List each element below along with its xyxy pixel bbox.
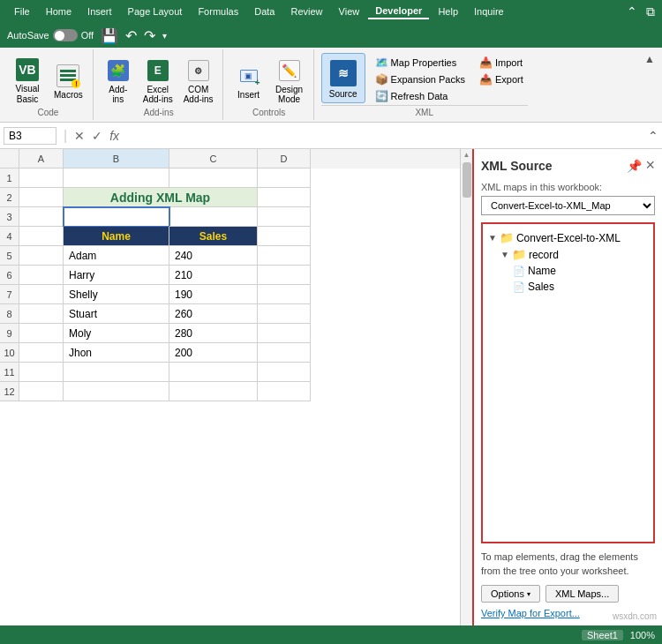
row-num-2[interactable]: 2 [0, 188, 19, 207]
row-num-1[interactable]: 1 [0, 168, 19, 188]
cell-c1[interactable] [169, 168, 258, 188]
visual-basic-button[interactable]: VB VisualBasic [9, 53, 46, 108]
cell-a7[interactable] [19, 285, 64, 304]
cell-d10[interactable] [258, 343, 311, 363]
cell-c7[interactable]: 190 [169, 285, 258, 304]
cell-d9[interactable] [258, 324, 311, 343]
import-button[interactable]: 📥 Import [475, 55, 528, 71]
restore-icon[interactable]: ⧉ [646, 4, 655, 19]
redo-icon[interactable]: ↷ [144, 27, 155, 44]
row-num-9[interactable]: 9 [0, 324, 19, 343]
xml-panel-pin-icon[interactable]: 📌 [627, 159, 642, 173]
expansion-packs-button[interactable]: 📦 Expansion Packs [371, 71, 470, 87]
menu-help[interactable]: Help [431, 4, 465, 19]
cell-a4[interactable] [19, 227, 64, 246]
menu-data[interactable]: Data [247, 4, 282, 19]
cell-d6[interactable] [258, 266, 311, 285]
export-button[interactable]: 📤 Export [475, 71, 528, 87]
save-icon[interactable]: 💾 [101, 27, 118, 44]
cell-d4[interactable] [258, 227, 311, 246]
menu-review[interactable]: Review [283, 4, 329, 19]
xml-map-dropdown[interactable]: Convert-Excel-to-XML_Map [481, 196, 655, 215]
cell-a2[interactable] [19, 188, 64, 207]
cell-a8[interactable] [19, 304, 64, 324]
formula-bar-expand[interactable]: ⌃ [648, 129, 658, 143]
formula-input[interactable] [123, 128, 648, 144]
cell-b2-merged[interactable]: Adding XML Map [64, 188, 258, 207]
row-num-6[interactable]: 6 [0, 266, 19, 285]
cell-a10[interactable] [19, 343, 64, 363]
cell-a3[interactable] [19, 207, 64, 227]
menu-file[interactable]: File [7, 4, 37, 19]
cell-b10[interactable]: Jhon [64, 343, 169, 363]
cell-d8[interactable] [258, 304, 311, 324]
row-num-8[interactable]: 8 [0, 304, 19, 324]
cell-b5[interactable]: Adam [64, 246, 169, 266]
row-num-3[interactable]: 3 [0, 207, 19, 227]
tree-record-item[interactable]: ▼ 📁 record [488, 246, 648, 263]
add-ins-button[interactable]: 🧩 Add-ins [101, 54, 136, 107]
source-button[interactable]: ≋ Source [321, 53, 365, 103]
row-num-4[interactable]: 4 [0, 227, 19, 246]
cell-b7[interactable]: Shelly [64, 285, 169, 304]
menu-insert[interactable]: Insert [80, 4, 119, 19]
scroll-thumb[interactable] [463, 162, 471, 198]
cell-c8[interactable]: 260 [169, 304, 258, 324]
cell-c9[interactable]: 280 [169, 324, 258, 343]
tree-sales-item[interactable]: 📄 Sales [488, 279, 648, 295]
cell-reference-input[interactable] [4, 127, 56, 145]
cell-c4-header[interactable]: Sales [169, 227, 258, 246]
cell-a1[interactable] [19, 168, 64, 188]
cell-d7[interactable] [258, 285, 311, 304]
col-header-d[interactable]: D [258, 149, 311, 168]
col-header-a[interactable]: A [19, 149, 64, 168]
cell-d2[interactable] [258, 188, 311, 207]
cell-d5[interactable] [258, 246, 311, 266]
menu-view[interactable]: View [332, 4, 367, 19]
macros-button[interactable]: ! Macros [49, 59, 87, 102]
vertical-scrollbar[interactable]: ▲ [460, 149, 472, 625]
menu-page-layout[interactable]: Page Layout [121, 4, 190, 19]
cell-b9[interactable]: Moly [64, 324, 169, 343]
row-num-5[interactable]: 5 [0, 246, 19, 266]
quick-access-dropdown[interactable]: ▾ [162, 31, 167, 41]
cell-d1[interactable] [258, 168, 311, 188]
cell-c3[interactable] [169, 207, 258, 227]
insert-function-icon[interactable]: fx [106, 129, 123, 143]
cancel-formula-icon[interactable]: ✕ [71, 129, 88, 143]
cell-b1[interactable] [64, 168, 169, 188]
cell-a6[interactable] [19, 266, 64, 285]
autosave-toggle[interactable]: AutoSave Off [7, 29, 94, 41]
cell-c10[interactable]: 200 [169, 343, 258, 363]
menu-home[interactable]: Home [39, 4, 79, 19]
refresh-data-button[interactable]: 🔄 Refresh Data [371, 88, 470, 104]
sheet-tab-sheet1[interactable]: Sheet1 [582, 630, 623, 640]
ribbon-collapse-btn[interactable]: ▲ [641, 49, 658, 120]
confirm-formula-icon[interactable]: ✓ [88, 129, 106, 143]
undo-icon[interactable]: ↶ [125, 27, 137, 44]
options-button[interactable]: Options ▾ [481, 585, 540, 603]
map-properties-button[interactable]: 🗺️ Map Properties [371, 55, 470, 71]
tree-root-item[interactable]: ▼ 📁 Convert-Excel-to-XML [488, 229, 648, 246]
cell-b6[interactable]: Harry [64, 266, 169, 285]
menu-formulas[interactable]: Formulas [191, 4, 245, 19]
design-mode-button[interactable]: ✏️ DesignMode [271, 54, 308, 107]
insert-control-button[interactable]: ▣ + Insert [230, 59, 267, 102]
cell-c5[interactable]: 240 [169, 246, 258, 266]
row-num-10[interactable]: 10 [0, 343, 19, 363]
tree-name-item[interactable]: 📄 Name [488, 263, 648, 279]
cell-b4-header[interactable]: Name [64, 227, 169, 246]
cell-a9[interactable] [19, 324, 64, 343]
cell-a5[interactable] [19, 246, 64, 266]
xml-panel-close-btn[interactable]: × [645, 156, 655, 175]
excel-add-ins-button[interactable]: E ExcelAdd-ins [139, 54, 177, 107]
com-add-ins-button[interactable]: ⚙ COMAdd-ins [180, 54, 217, 107]
menu-developer[interactable]: Developer [368, 4, 429, 19]
cell-b8[interactable]: Stuart [64, 304, 169, 324]
cell-c6[interactable]: 210 [169, 266, 258, 285]
cell-d3[interactable] [258, 207, 311, 227]
row-num-7[interactable]: 7 [0, 285, 19, 304]
xml-maps-button[interactable]: XML Maps... [545, 585, 619, 603]
menu-inquire[interactable]: Inquire [467, 4, 511, 19]
cell-b3[interactable] [64, 207, 169, 227]
